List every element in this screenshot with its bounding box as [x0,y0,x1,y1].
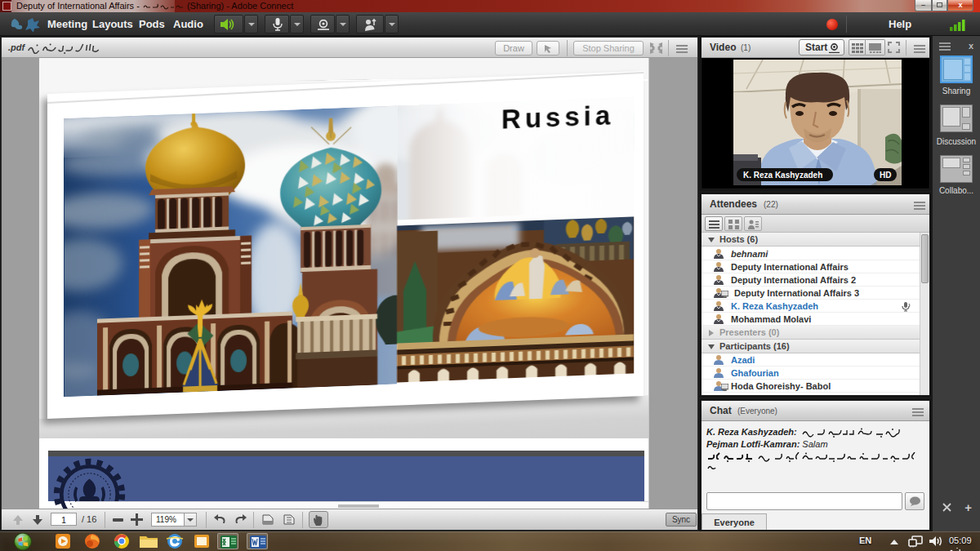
svg-text:HD: HD [880,171,891,180]
svg-text:K. Reza Kashyzadeh: K. Reza Kashyzadeh [743,171,822,180]
